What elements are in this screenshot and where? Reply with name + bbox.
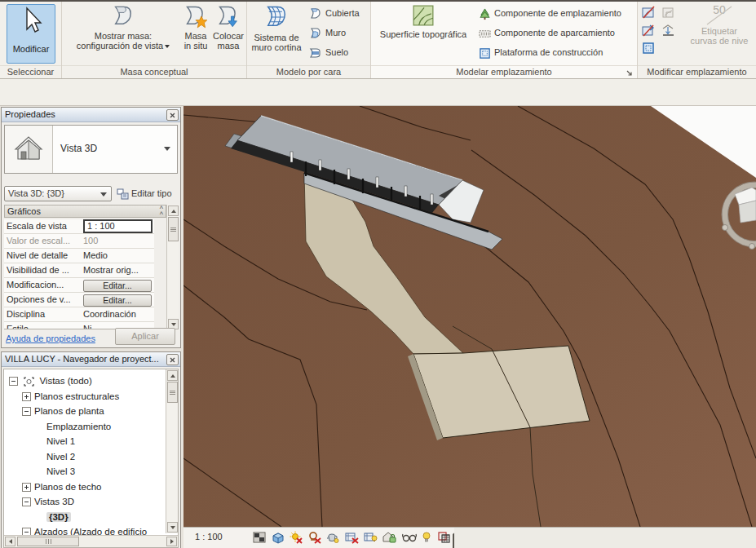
crop-region-visibility-button[interactable] xyxy=(363,531,378,546)
prop-row-scale[interactable]: Escala de vista 1 : 100 xyxy=(4,219,154,234)
floor-by-face-button[interactable]: Suelo xyxy=(309,44,348,60)
project-browser-title[interactable]: VILLA LUCY - Navegador de proyect... xyxy=(2,352,180,367)
apply-button[interactable]: Aplicar xyxy=(115,328,175,345)
displacement-button[interactable] xyxy=(437,531,452,546)
group-label-conceptual-mass[interactable]: Masa conceptual xyxy=(62,65,246,78)
tree-item-emplazamiento[interactable]: Emplazamiento xyxy=(46,420,111,435)
place-mass-button[interactable]: Colocar masa xyxy=(212,3,245,51)
tree-scrollbar[interactable] xyxy=(166,369,178,533)
mass-in-situ-label1: Masa xyxy=(179,31,212,41)
drawing-area-3d-view[interactable] xyxy=(183,106,756,527)
expander-icon[interactable] xyxy=(22,483,31,492)
property-line-button[interactable] xyxy=(642,42,656,59)
site-component-button[interactable]: Componente de emplazamiento xyxy=(479,5,621,21)
rendering-dialog-button[interactable] xyxy=(325,531,340,546)
properties-close-button[interactable] xyxy=(166,109,179,121)
section-graphics[interactable]: Gráficos ^^ xyxy=(4,205,166,218)
tree-item-structural-plans[interactable]: Planos estructurales xyxy=(22,390,119,404)
expander-icon[interactable] xyxy=(22,392,31,401)
scroll-right-button[interactable] xyxy=(166,537,177,546)
property-line-icon xyxy=(642,42,656,55)
panel-expander-icon[interactable] xyxy=(626,70,633,77)
properties-help-link[interactable]: Ayuda de propiedades xyxy=(6,334,95,343)
house-icon xyxy=(13,135,44,164)
prop-row-scale-value[interactable]: Valor de escal... 100 xyxy=(4,234,154,249)
tree-item-ceiling-plans[interactable]: Planos de techo xyxy=(22,480,101,495)
scrollbar-thumb[interactable] xyxy=(167,382,178,403)
tree-item-3d-views[interactable]: Vistas 3D xyxy=(22,495,74,510)
edit-overrides-button[interactable]: Editar... xyxy=(83,280,152,292)
ribbon-group-model-by-face: Sistema de muro cortina Cubierta Muro xyxy=(247,2,371,78)
scroll-down-button[interactable] xyxy=(167,522,178,533)
type-selector[interactable]: Vista 3D xyxy=(4,125,178,174)
viewport-hscrollbar[interactable] xyxy=(454,528,756,548)
type-dropdown-arrow-icon[interactable] xyxy=(164,147,170,151)
split-surface-icon xyxy=(642,24,656,38)
building-pad-button[interactable]: Plataforma de construcción xyxy=(479,44,603,60)
instance-combo[interactable]: Vista 3D: {3D} xyxy=(4,186,112,201)
wall-by-face-button[interactable]: Muro xyxy=(309,24,346,41)
scrollbar-thumb[interactable] xyxy=(168,217,179,241)
group-label-modify-site[interactable]: Modificar emplazamiento xyxy=(638,65,756,78)
hscrollbar-thumb[interactable] xyxy=(17,537,79,546)
collapse-chevron-icon[interactable]: ^^ xyxy=(160,206,162,218)
tree-item-3d[interactable]: {3D} xyxy=(46,510,71,525)
grade-region-button[interactable] xyxy=(661,24,675,41)
group-label-model-site[interactable]: Modelar emplazamiento xyxy=(371,65,637,78)
shadows-button[interactable] xyxy=(307,531,322,546)
curtain-system-icon xyxy=(263,3,290,31)
prop-row-detail-level[interactable]: Nivel de detalle Medio xyxy=(4,249,154,263)
close-icon xyxy=(170,113,175,118)
tree-hscrollbar[interactable] xyxy=(4,535,178,547)
roof-by-face-button[interactable]: Cubierta xyxy=(309,5,360,21)
prop-row-visibility[interactable]: Visibilidad de ... Mostrar orig... xyxy=(4,263,154,278)
group-label-select[interactable]: Seleccionar xyxy=(0,65,61,78)
subregion-button-disabled[interactable] xyxy=(661,6,675,23)
tree-item-nivel1[interactable]: Nivel 1 xyxy=(46,435,75,449)
reveal-hidden-button[interactable] xyxy=(421,531,435,546)
expander-icon[interactable] xyxy=(9,377,18,386)
temporary-hide-isolate-button[interactable] xyxy=(401,531,416,546)
edit-type-button[interactable]: Editar tipo xyxy=(117,186,179,201)
building-pad-icon xyxy=(479,47,491,60)
show-mass-label2: configuración de vista xyxy=(69,41,178,51)
split-surface-button[interactable] xyxy=(642,24,656,41)
visual-style-button[interactable] xyxy=(271,531,285,546)
wall-label: Muro xyxy=(325,28,346,38)
properties-title[interactable]: Propiedades xyxy=(2,108,180,122)
scroll-up-button[interactable] xyxy=(167,370,178,381)
scroll-up-button[interactable] xyxy=(168,206,179,216)
prop-row-display-options[interactable]: Opciones de v... Editar... xyxy=(4,293,154,307)
edit-surface-button[interactable] xyxy=(642,6,656,23)
project-browser-close-button[interactable] xyxy=(166,354,179,365)
tree-item-nivel2[interactable]: Nivel 2 xyxy=(46,450,75,465)
crop-view-button[interactable] xyxy=(344,531,359,546)
modify-button[interactable]: Modificar xyxy=(7,4,55,64)
mass-in-situ-button[interactable]: Masa in situ xyxy=(179,3,212,51)
expander-icon[interactable] xyxy=(22,407,31,416)
building-pad[interactable] xyxy=(413,346,590,438)
curtain-system-button[interactable]: Sistema de muro cortina xyxy=(250,3,303,52)
edit-display-options-button[interactable]: Editar... xyxy=(83,294,152,307)
sun-path-button[interactable] xyxy=(289,531,303,546)
label-contours-label2: curvas de nive xyxy=(683,36,755,46)
prop-row-visibility-overrides[interactable]: Modificacion... Editar... xyxy=(4,278,154,293)
toposurface-button[interactable]: Superficie topográfica xyxy=(374,3,472,39)
properties-scrollbar[interactable] xyxy=(166,205,179,330)
lightbulb-icon xyxy=(421,531,432,544)
label-contours-button[interactable]: 50 Etiquetar curvas de nive xyxy=(683,3,755,46)
show-mass-button[interactable]: Mostrar masa: configuración de vista xyxy=(69,3,178,51)
tree-item-floor-plans[interactable]: Planos de planta xyxy=(22,404,104,419)
parking-component-button[interactable]: Componente de aparcamiento xyxy=(479,24,615,41)
scroll-left-button[interactable] xyxy=(5,537,15,546)
expander-icon[interactable] xyxy=(22,497,31,506)
view-scale-button[interactable]: 1 : 100 xyxy=(195,532,223,541)
tree-item-views[interactable]: Vistas (todo) xyxy=(9,374,92,389)
detail-level-button[interactable] xyxy=(253,531,267,546)
toposurface-terrain[interactable] xyxy=(183,106,756,527)
locked-3d-view-button[interactable] xyxy=(382,531,396,546)
tree-item-nivel3[interactable]: Nivel 3 xyxy=(46,465,75,480)
group-label-model-by-face[interactable]: Modelo por cara xyxy=(247,65,370,78)
prop-row-discipline[interactable]: Disciplina Coordinación xyxy=(4,307,154,322)
scale-value-field[interactable]: 1 : 100 xyxy=(83,219,153,233)
